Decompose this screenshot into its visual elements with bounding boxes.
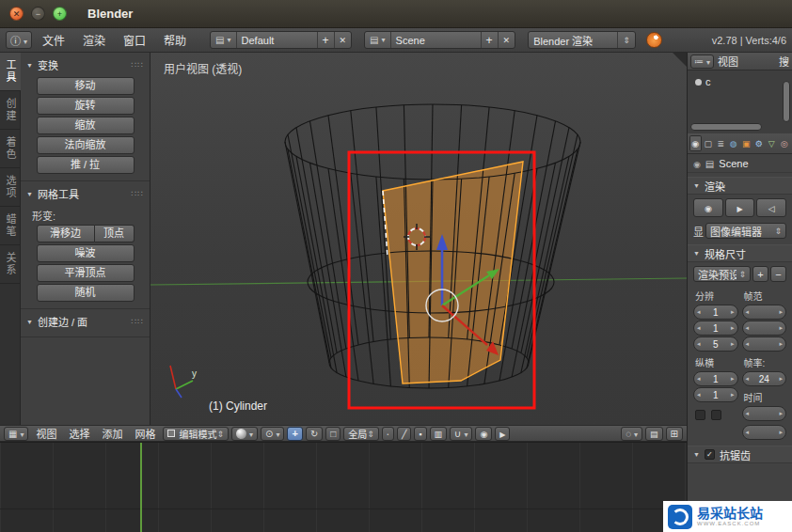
resolution-percent-field[interactable]: 5 (693, 336, 738, 352)
time-remap-new-field[interactable] (742, 425, 787, 440)
opengl-render-anim-button[interactable] (495, 427, 510, 441)
vertical-scrollbar[interactable] (783, 81, 790, 122)
render-panel-header[interactable]: 渲染 (688, 177, 792, 195)
tab-relations[interactable]: 关系 (0, 245, 21, 284)
editor-type-button[interactable] (6, 31, 32, 49)
audio-button[interactable] (756, 198, 786, 217)
tab-world[interactable] (728, 135, 740, 151)
tab-render[interactable] (689, 135, 702, 151)
tab-create[interactable]: 创建 (0, 91, 21, 130)
maximize-button[interactable]: + (53, 7, 67, 21)
panel-grip-icon[interactable] (132, 60, 144, 70)
panel-grip-icon[interactable] (132, 189, 144, 198)
edge-select-mode-button[interactable] (397, 427, 411, 441)
transform-orientation-select[interactable]: 全局 (343, 427, 379, 441)
tab-tools[interactable]: 工具 (0, 53, 21, 91)
viewport-3d[interactable]: 用户视图 (透视) y (1) Cylinder (150, 53, 687, 425)
close-button[interactable]: ✕ (9, 7, 24, 21)
transform-panel-header[interactable]: 变换 (21, 53, 150, 75)
add-scene-button[interactable] (481, 32, 498, 48)
opengl-render-button[interactable] (475, 427, 492, 441)
menu-view[interactable]: 视图 (31, 426, 61, 441)
remove-scene-button[interactable] (498, 32, 515, 48)
randomize-button[interactable]: 随机 (37, 284, 135, 302)
timeline-editor[interactable] (0, 442, 687, 532)
tab-object[interactable] (740, 135, 752, 151)
menu-window[interactable]: 窗口 (116, 30, 153, 50)
anti-aliasing-checkbox[interactable] (705, 449, 715, 460)
outliner-item[interactable]: c (688, 70, 792, 87)
make-edge-face-panel-header[interactable]: 创建边 / 面 (21, 309, 150, 332)
outliner-search-label[interactable]: 搜 (779, 54, 789, 69)
manipulator-scale-toggle[interactable] (325, 427, 341, 441)
menu-render[interactable]: 渲染 (75, 30, 113, 50)
timeline-playhead[interactable] (140, 443, 142, 532)
pivot-point-select[interactable] (261, 427, 284, 441)
snap-toggle[interactable] (450, 427, 472, 441)
anti-aliasing-panel-header[interactable]: 抗锯齿 (688, 446, 792, 463)
frame-start-field[interactable] (742, 305, 787, 320)
remove-layout-button[interactable] (334, 32, 352, 48)
mode-select[interactable]: 编辑模式 (163, 427, 229, 441)
minimize-button[interactable]: − (31, 7, 45, 21)
crop-checkbox[interactable] (711, 410, 721, 420)
edge-slide-button[interactable]: 滑移边 (37, 225, 95, 243)
frame-step-field[interactable] (742, 336, 787, 352)
tab-object-data[interactable] (766, 135, 778, 151)
dimensions-panel-header[interactable]: 规格尺寸 (688, 244, 792, 262)
proportional-edit-select[interactable] (621, 427, 642, 441)
resolution-y-field[interactable]: 1 (693, 321, 738, 336)
editor-type-button[interactable] (4, 427, 28, 441)
panel-grip-icon[interactable] (132, 317, 144, 326)
time-remap-old-field[interactable] (742, 406, 787, 421)
face-select-mode-button[interactable] (414, 427, 426, 441)
viewport-shading-select[interactable] (231, 427, 258, 441)
border-checkbox[interactable] (695, 410, 705, 420)
aspect-x-field[interactable]: 1 (693, 371, 738, 386)
menu-add[interactable]: 添加 (97, 426, 127, 441)
pin-icon[interactable] (693, 158, 701, 169)
menu-file[interactable]: 文件 (35, 30, 72, 50)
region-corner-widget[interactable] (673, 53, 687, 67)
menu-help[interactable]: 帮助 (156, 30, 194, 50)
render-engine-select[interactable]: Blender 渲染 (528, 31, 636, 49)
render-button[interactable] (693, 198, 723, 217)
render-preset-select[interactable]: 渲染预设 (693, 266, 751, 282)
layers-button[interactable] (666, 427, 683, 441)
translate-button[interactable]: 移动 (37, 77, 135, 95)
frame-end-field[interactable] (742, 321, 787, 336)
tab-shading[interactable]: 着色 (0, 130, 21, 168)
aspect-y-field[interactable]: 1 (693, 387, 738, 402)
vertex-slide-button[interactable]: 顶点 (95, 225, 135, 243)
browse-layout-icon[interactable] (211, 32, 235, 48)
screen-layout-value[interactable]: Default (236, 32, 317, 48)
scene-value[interactable]: Scene (390, 32, 481, 48)
menu-select[interactable]: 选择 (64, 426, 94, 441)
manipulator-rotate-toggle[interactable] (306, 427, 323, 441)
resolution-x-field[interactable]: 1 (693, 305, 738, 320)
browse-scene-icon[interactable] (365, 32, 389, 48)
tab-options[interactable]: 选项 (0, 168, 21, 207)
remove-preset-button[interactable]: − (770, 266, 786, 282)
shrink-fatten-button[interactable]: 法向缩放 (37, 136, 135, 154)
mesh-tools-panel-header[interactable]: 网格工具 (21, 181, 150, 204)
noise-button[interactable]: 噪波 (37, 244, 135, 262)
tab-modifiers[interactable] (753, 135, 766, 151)
smooth-vertex-button[interactable]: 平滑顶点 (37, 264, 135, 282)
tab-grease-pencil[interactable]: 蜡笔 (0, 207, 21, 245)
horizontal-scrollbar[interactable] (690, 123, 762, 131)
framerate-field[interactable]: 24 (742, 371, 787, 386)
tab-render-layers[interactable] (715, 135, 727, 151)
push-pull-button[interactable]: 推 / 拉 (37, 156, 135, 174)
tab-material[interactable] (779, 135, 791, 151)
add-layout-button[interactable] (317, 32, 334, 48)
limit-visible-toggle[interactable] (430, 427, 448, 441)
manipulator-translate-toggle[interactable] (287, 427, 302, 441)
outliner-view-menu[interactable]: 视图 (718, 54, 738, 69)
scale-button[interactable]: 缩放 (37, 117, 135, 134)
vertex-select-mode-button[interactable] (382, 427, 394, 441)
rotate-button[interactable]: 旋转 (37, 97, 135, 115)
tab-scene[interactable] (703, 135, 715, 151)
editor-type-button[interactable] (690, 55, 714, 69)
animation-button[interactable] (725, 198, 755, 217)
